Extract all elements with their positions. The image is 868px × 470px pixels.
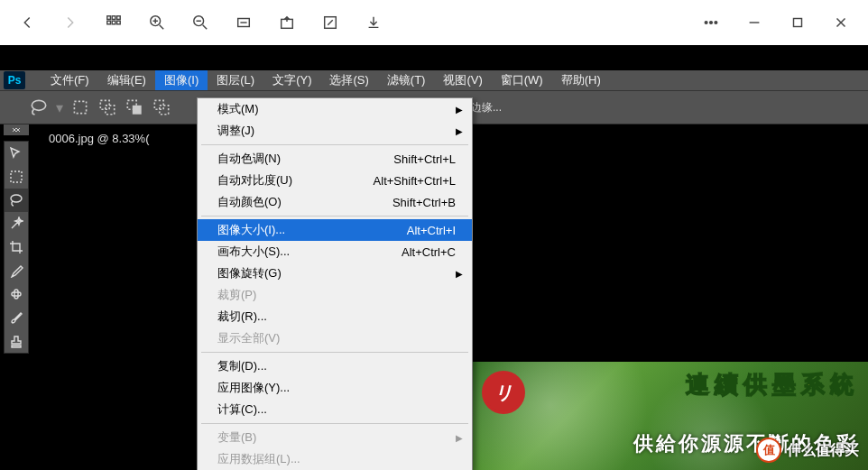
brush-tool-icon[interactable] xyxy=(5,306,28,329)
menu-item: 应用数据组(L)... xyxy=(198,448,472,470)
menu-item[interactable]: 自动对比度(U)Alt+Shift+Ctrl+L xyxy=(198,170,472,191)
close-icon[interactable] xyxy=(832,14,850,32)
crop-tool-icon[interactable] xyxy=(5,235,28,259)
menu-图像(I)[interactable]: 图像(I) xyxy=(155,70,208,90)
wand-tool-icon[interactable] xyxy=(5,212,28,235)
menu-窗口(W)[interactable]: 窗口(W) xyxy=(492,70,552,90)
menu-文字(Y)[interactable]: 文字(Y) xyxy=(263,70,320,90)
svg-point-11 xyxy=(705,22,707,24)
svg-rect-14 xyxy=(794,19,802,27)
zoom-in-icon[interactable] xyxy=(148,14,166,32)
menu-文件(F)[interactable]: 文件(F) xyxy=(42,70,98,90)
eyedropper-tool-icon[interactable] xyxy=(5,259,28,282)
lasso-tool-icon[interactable] xyxy=(29,98,49,116)
edit-icon[interactable] xyxy=(321,14,339,32)
menu-选择(S)[interactable]: 选择(S) xyxy=(320,70,377,90)
fit-icon[interactable] xyxy=(235,14,253,32)
watermark: 值 什么值得买 xyxy=(756,438,859,463)
menu-视图(V)[interactable]: 视图(V) xyxy=(434,70,491,90)
forward-icon xyxy=(61,14,79,32)
marquee-tool-icon[interactable] xyxy=(5,165,28,189)
sel-add-icon[interactable] xyxy=(97,98,117,116)
svg-point-12 xyxy=(710,22,713,24)
svg-rect-4 xyxy=(112,21,115,24)
zoom-out-icon[interactable] xyxy=(191,14,209,32)
separator xyxy=(201,216,468,217)
open-icon[interactable] xyxy=(278,14,296,32)
menu-item[interactable]: 图像旋转(G)▶ xyxy=(198,263,472,284)
menu-item[interactable]: 调整(J)▶ xyxy=(198,120,472,142)
menu-编辑(E)[interactable]: 编辑(E) xyxy=(98,70,155,90)
svg-rect-25 xyxy=(12,292,21,296)
svg-rect-3 xyxy=(107,21,111,24)
image-menu-dropdown: 模式(M)▶调整(J)▶自动色调(N)Shift+Ctrl+L自动对比度(U)A… xyxy=(197,97,473,470)
download-icon[interactable] xyxy=(365,14,383,32)
svg-rect-0 xyxy=(107,16,111,20)
ps-logo: Ps xyxy=(4,71,25,89)
svg-rect-26 xyxy=(14,290,18,299)
svg-point-13 xyxy=(715,22,717,24)
menu-item[interactable]: 计算(C)... xyxy=(198,399,472,420)
apps-icon[interactable] xyxy=(105,14,123,32)
ps-menubar: Ps 文件(F)编辑(E)图像(I)图层(L)文字(Y)选择(S)滤镜(T)视图… xyxy=(0,70,868,90)
emblem-icon: リ xyxy=(482,371,525,414)
menu-滤镜(T)[interactable]: 滤镜(T) xyxy=(378,70,435,90)
svg-rect-5 xyxy=(117,21,121,24)
menu-item[interactable]: 模式(M)▶ xyxy=(198,98,472,120)
svg-rect-2 xyxy=(117,16,121,20)
sel-sub-icon[interactable] xyxy=(125,98,144,116)
gap xyxy=(0,45,868,70)
separator xyxy=(201,352,468,353)
minimize-icon[interactable] xyxy=(745,14,763,32)
menu-item[interactable]: 自动色调(N)Shift+Ctrl+L xyxy=(198,148,472,170)
tools-collapse-icon[interactable] xyxy=(4,124,29,135)
browser-toolbar xyxy=(0,0,868,45)
menu-图层(L)[interactable]: 图层(L) xyxy=(208,70,263,90)
maximize-icon[interactable] xyxy=(789,14,807,32)
menu-帮助(H)[interactable]: 帮助(H) xyxy=(552,70,610,90)
stamp-tool-icon[interactable] xyxy=(5,329,28,353)
back-icon[interactable] xyxy=(18,14,36,32)
svg-rect-1 xyxy=(112,16,115,20)
separator xyxy=(201,144,468,145)
separator xyxy=(201,423,468,424)
lasso-tool-icon[interactable] xyxy=(5,189,28,212)
menu-item[interactable]: 图像大小(I)...Alt+Ctrl+I xyxy=(198,219,472,241)
heal-tool-icon[interactable] xyxy=(5,282,28,306)
menu-item[interactable]: 裁切(R)... xyxy=(198,306,472,327)
canvas-headline: 連續供墨系統 xyxy=(686,369,859,401)
watermark-badge: 值 xyxy=(756,438,781,463)
menu-item[interactable]: 应用图像(Y)... xyxy=(198,377,472,399)
menu-item: 裁剪(P) xyxy=(198,284,472,306)
move-tool-icon[interactable] xyxy=(5,142,28,165)
document-tab[interactable]: 0006.jpg @ 8.33%( xyxy=(49,132,150,145)
svg-rect-23 xyxy=(11,171,22,182)
menu-item: 变量(B)▶ xyxy=(198,427,472,448)
sel-int-icon[interactable] xyxy=(152,98,171,116)
svg-rect-16 xyxy=(74,101,86,113)
svg-rect-20 xyxy=(133,106,142,115)
svg-point-15 xyxy=(32,100,45,110)
menu-item[interactable]: 画布大小(S)...Alt+Ctrl+C xyxy=(198,241,472,263)
more-icon[interactable] xyxy=(702,14,720,32)
menu-item[interactable]: 自动颜色(O)Shift+Ctrl+B xyxy=(198,191,472,213)
menu-item[interactable]: 复制(D)... xyxy=(198,355,472,377)
sel-new-icon[interactable] xyxy=(70,98,90,116)
watermark-text: 什么值得买 xyxy=(787,441,859,460)
ps-tools-panel xyxy=(4,141,29,354)
menu-item: 显示全部(V) xyxy=(198,327,472,349)
